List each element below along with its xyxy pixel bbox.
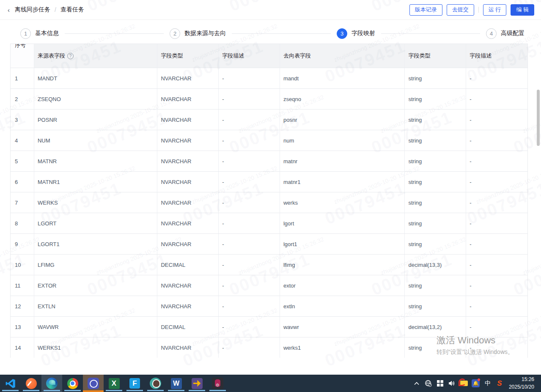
messenger-glyph	[88, 378, 99, 389]
vertical-scrollbar-thumb[interactable]	[537, 90, 540, 146]
breadcrumb-separator: /	[55, 6, 56, 13]
table-cell: LFIMG	[34, 255, 158, 275]
table-row: 1MANDTNVARCHAR-mandtstring-	[11, 68, 527, 89]
table-row: 8LGORTNVARCHAR-lgortstring-	[11, 213, 527, 234]
table-cell: -	[219, 275, 280, 296]
step-field-mapping[interactable]: 3 字段映射	[337, 28, 375, 39]
step-source-target[interactable]: 2 数据来源与去向	[170, 28, 226, 39]
edge-icon[interactable]	[41, 375, 62, 392]
table-cell: zseqno	[280, 89, 405, 109]
table-cell: string	[405, 130, 466, 151]
table-cell: 5	[11, 151, 34, 171]
table-body: 1MANDTNVARCHAR-mandtstring-2ZSEQNONVARCH…	[11, 68, 527, 358]
header-cell-target-type: 字段类型	[405, 44, 466, 68]
table-cell: string	[405, 234, 466, 254]
table-row: 11EXTORNVARCHAR-extorstring-	[11, 275, 527, 296]
table-cell: 2	[11, 89, 34, 109]
table-cell: EXTLN	[34, 296, 158, 316]
database-tool-glyph: ⚙	[212, 378, 223, 389]
table-cell: 10	[11, 255, 34, 275]
run-button[interactable]: 运 行	[483, 4, 507, 16]
mail-glyph	[460, 381, 468, 386]
table-cell: DECIMAL	[157, 255, 219, 275]
word-icon[interactable]: W	[166, 375, 187, 392]
table-cell: NVARCHAR	[157, 151, 219, 171]
task-view-icon[interactable]	[435, 375, 445, 392]
header-cell-source-field: 来源表字段 ?	[34, 44, 158, 68]
table-cell: -	[466, 234, 527, 254]
table-cell: string	[405, 213, 466, 233]
clock-date: 2025/10/20	[509, 384, 534, 391]
table-cell: matnr	[280, 151, 405, 171]
excel-icon[interactable]: X	[104, 375, 124, 392]
vscode-icon[interactable]	[0, 375, 21, 392]
step-basic-info[interactable]: 1 基本信息	[20, 28, 59, 39]
chrome-icon[interactable]	[62, 375, 83, 392]
submit-button[interactable]: 去提交	[447, 4, 474, 16]
table-cell: werks	[280, 192, 405, 213]
step-3-circle: 3	[337, 28, 347, 39]
table-cell: NVARCHAR	[157, 296, 219, 316]
breadcrumb-current: 查看任务	[60, 6, 84, 14]
dbeaver-icon[interactable]	[145, 375, 166, 392]
header-source-field-label: 来源表字段	[38, 52, 65, 60]
step-3-label: 字段映射	[352, 30, 375, 37]
step-advanced-config[interactable]: 4 高级配置	[486, 28, 525, 39]
volume-icon[interactable]	[447, 375, 457, 392]
table-cell: -	[219, 192, 280, 213]
ime-chinese-icon[interactable]: 中	[483, 375, 493, 392]
paint-orange-icon[interactable]	[21, 375, 41, 392]
version-history-button[interactable]: 版本记录	[409, 4, 442, 16]
table-cell: posnr	[280, 110, 405, 130]
step-4-label: 高级配置	[501, 30, 525, 37]
editor-yellow-icon[interactable]	[187, 375, 207, 392]
watermark-tile: zhujianzhong 2025-10-20 15:26:3200079451	[0, 22, 1, 86]
table-cell: string	[405, 275, 466, 296]
table-cell: -	[466, 130, 527, 151]
table-cell: 11	[11, 275, 34, 296]
table-cell: NVARCHAR	[157, 213, 219, 233]
windows-taskbar: X F W ⚙	[0, 375, 541, 392]
table-cell: NVARCHAR	[157, 192, 219, 213]
step-1-circle: 1	[20, 28, 31, 39]
running-indicator	[168, 390, 184, 391]
header-cell-source-desc: 字段描述	[219, 44, 280, 68]
network-globe-offline-icon[interactable]	[423, 375, 434, 392]
table-cell: -	[219, 130, 280, 151]
table-cell: string	[405, 110, 466, 130]
breadcrumb-parent[interactable]: 离线同步任务	[15, 6, 50, 14]
top-header-bar: ‹ 离线同步任务 / 查看任务 版本记录 去提交 运 行 编 辑	[0, 0, 541, 20]
mail-icon[interactable]	[459, 375, 469, 392]
table-cell: 13	[11, 317, 34, 337]
question-circle-icon[interactable]: ?	[67, 53, 74, 59]
table-cell: lfimg	[280, 255, 405, 275]
table-cell: wavwr	[280, 317, 405, 337]
database-tool-icon[interactable]: ⚙	[207, 375, 228, 392]
table-cell: -	[466, 275, 527, 296]
files-blue-icon[interactable]: F	[124, 375, 145, 392]
table-cell: NUM	[34, 130, 158, 151]
taskbar-clock[interactable]: 15:26 2025/10/20	[509, 376, 537, 391]
running-indicator	[189, 390, 205, 391]
table-cell: NVARCHAR	[157, 110, 219, 130]
table-cell: 4	[11, 130, 34, 151]
breadcrumb: ‹ 离线同步任务 / 查看任务	[7, 5, 84, 14]
table-cell: -	[466, 110, 527, 130]
table-cell: -	[219, 337, 280, 358]
back-icon[interactable]: ‹	[7, 5, 11, 14]
chevron-up-icon[interactable]	[412, 375, 422, 392]
table-cell: -	[219, 151, 280, 171]
table-cell: DECIMAL	[157, 317, 219, 337]
table-cell: -	[219, 296, 280, 316]
table-cell: MATNR1	[34, 172, 158, 192]
table-cell: matnr1	[280, 172, 405, 192]
sogou-icon[interactable]: S	[494, 375, 505, 392]
table-cell: 1	[11, 68, 34, 88]
table-cell: WAVWR	[34, 317, 158, 337]
messenger-icon[interactable]	[83, 375, 104, 392]
edit-button[interactable]: 编 辑	[511, 4, 534, 16]
step-2-label: 数据来源与去向	[184, 30, 226, 37]
notification-badge-icon[interactable]: 🔔	[471, 375, 481, 392]
editor-yellow-glyph	[192, 378, 203, 389]
header-cell-target-field: 去向表字段	[280, 44, 405, 68]
